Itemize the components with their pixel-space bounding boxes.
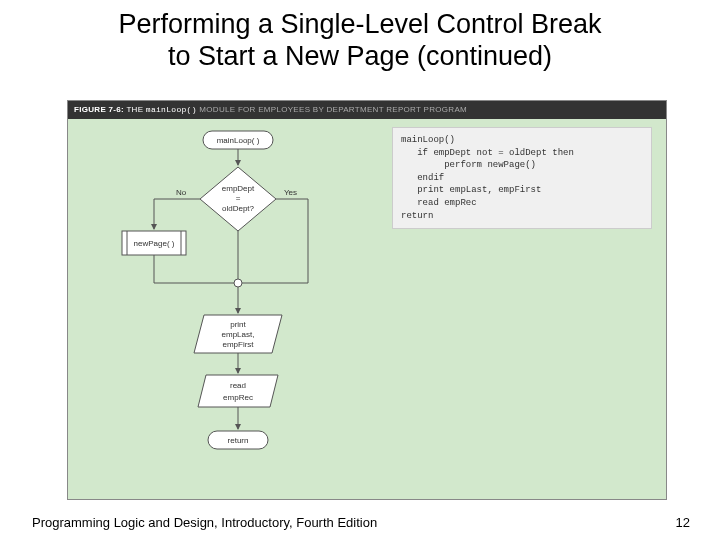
figure-code: mainLoop() [146,105,197,114]
svg-point-13 [234,279,242,287]
flow-start: mainLoop( ) [217,136,260,145]
flow-subprocess: newPage( ) [134,239,175,248]
flow-decision-l1: empDept [222,184,255,193]
flow-print-l2: empLast, [222,330,255,339]
flow-label-yes: Yes [284,188,297,197]
title-line-1: Performing a Single-Level Control Break [118,9,601,39]
figure-label: FIGURE 7-6: [74,105,124,114]
slide-title: Performing a Single-Level Control Break … [0,0,720,79]
page-number: 12 [676,515,690,530]
pseudocode-panel: mainLoop() if empDept not = oldDept then… [392,127,652,229]
flow-print-l3: empFirst [222,340,254,349]
title-line-2: to Start a New Page (continued) [168,41,552,71]
flowchart-diagram: mainLoop( ) empDept = oldDept? No Yes ne… [98,123,358,493]
flow-read-l1: read [230,381,246,390]
flow-label-no: No [176,188,187,197]
figure-caption-bar: FIGURE 7-6: THE mainLoop() MODULE FOR EM… [68,101,666,119]
flow-decision-l3: oldDept? [222,204,255,213]
flow-decision-l2: = [236,194,241,203]
footer-textbook: Programming Logic and Design, Introducto… [32,515,377,530]
flow-print-l1: print [230,320,246,329]
svg-marker-18 [198,375,278,407]
figure-panel: FIGURE 7-6: THE mainLoop() MODULE FOR EM… [67,100,667,500]
figure-rest-caption: MODULE FOR EMPLOYEES BY DEPARTMENT REPOR… [199,105,467,114]
flow-read-l2: empRec [223,393,253,402]
flow-return: return [228,436,249,445]
